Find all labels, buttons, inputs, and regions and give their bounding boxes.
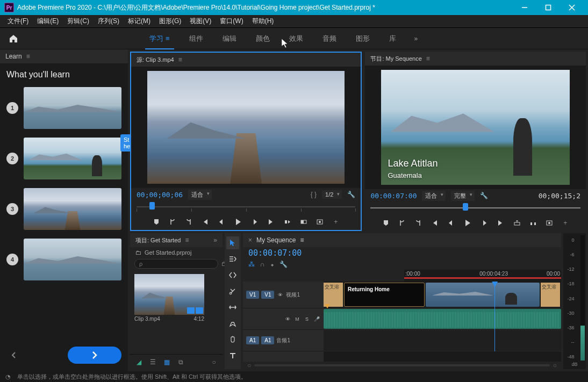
close-button[interactable] — [560, 0, 584, 15]
workspace-effects[interactable]: 效果 — [279, 28, 313, 49]
workspace-overflow[interactable]: » — [406, 35, 427, 42]
minimize-button[interactable] — [513, 0, 536, 15]
play-button[interactable] — [461, 217, 475, 229]
freeform-view-icon[interactable]: ◢ — [134, 358, 143, 366]
button-editor[interactable]: + — [330, 216, 342, 228]
lift-button[interactable] — [511, 217, 523, 229]
menu-sequence[interactable]: 序列(S) — [94, 15, 124, 27]
source-resolution-select[interactable]: 1/2 — [322, 190, 342, 199]
timeline-zoom-slider[interactable] — [254, 364, 550, 366]
workspace-libraries[interactable]: 库 — [379, 28, 406, 49]
program-scrubber[interactable] — [370, 202, 580, 215]
menu-markers[interactable]: 标记(M) — [124, 15, 155, 27]
step-forward-button[interactable] — [249, 216, 261, 228]
snap-icon[interactable]: ⁂ — [248, 261, 255, 268]
learn-back-button[interactable] — [6, 348, 21, 363]
v1-source-patch[interactable]: V1 — [246, 291, 259, 299]
settings-icon[interactable]: 🔧 — [279, 261, 288, 268]
menu-help[interactable]: 帮助(H) — [248, 15, 278, 27]
menu-edit[interactable]: 编辑(E) — [33, 15, 63, 27]
transition-clip[interactable]: 交叉溶 — [541, 283, 560, 307]
a1-target[interactable]: A1 — [261, 336, 274, 344]
slip-tool[interactable] — [226, 301, 239, 314]
hand-tool[interactable] — [226, 333, 239, 346]
mark-in-button[interactable] — [396, 217, 408, 229]
clip-thumbnail[interactable] — [134, 274, 204, 315]
project-search-input[interactable] — [134, 259, 218, 269]
title-clip[interactable]: Returning Home — [344, 283, 425, 307]
toggle-output-icon[interactable]: 👁 — [284, 315, 291, 323]
add-marker-button[interactable] — [380, 217, 392, 229]
mark-in-button[interactable] — [167, 216, 178, 228]
icon-view-icon[interactable]: ▦ — [162, 358, 171, 366]
workspace-learn[interactable]: 学习≡ — [140, 28, 180, 49]
v1-track-header[interactable]: V1 V1 👁 视频1 — [243, 282, 324, 308]
a1-source-patch[interactable]: A1 — [246, 336, 259, 344]
add-marker-button[interactable] — [150, 216, 162, 228]
settings-icon[interactable]: 🔧 — [347, 191, 355, 198]
hamburger-icon[interactable]: ≡ — [185, 236, 189, 244]
menu-view[interactable]: 视图(V) — [185, 15, 216, 27]
lesson-item[interactable]: 4 — [6, 239, 121, 280]
play-button[interactable] — [231, 216, 245, 228]
mark-out-button[interactable] — [183, 216, 195, 228]
go-to-in-button[interactable] — [428, 217, 440, 229]
project-clip-item[interactable]: Clip 3.mp44:12 — [134, 274, 204, 323]
pen-tool[interactable] — [226, 317, 239, 330]
lesson-item[interactable]: 1 — [6, 87, 121, 129]
export-frame-button[interactable] — [314, 216, 326, 228]
voice-over-icon[interactable]: 🎤 — [313, 315, 320, 323]
razor-tool[interactable] — [226, 285, 239, 298]
mute-button[interactable]: M — [293, 315, 301, 323]
insert-button[interactable] — [282, 216, 293, 228]
program-viewport[interactable]: Lake AtitlanGuatemala — [381, 70, 570, 185]
lesson-thumb[interactable] — [24, 138, 121, 179]
timeline-tracks[interactable]: 交叉溶 Returning Home 交叉溶 L — [324, 282, 561, 362]
lesson-thumb[interactable] — [24, 87, 121, 129]
hamburger-icon[interactable]: ≡ — [178, 56, 182, 63]
menu-file[interactable]: 文件(F) — [3, 15, 33, 27]
type-tool[interactable] — [226, 349, 239, 362]
transition-clip[interactable]: 交叉溶 — [324, 283, 343, 307]
video-clip[interactable] — [426, 283, 540, 307]
workspace-graphics[interactable]: 图形 — [346, 28, 379, 49]
maximize-button[interactable] — [536, 0, 560, 15]
lesson-thumb[interactable] — [24, 188, 121, 230]
lesson-thumb[interactable] — [24, 239, 121, 280]
overflow-icon[interactable]: » — [213, 236, 217, 244]
source-viewport[interactable] — [147, 71, 345, 184]
settings-icon[interactable]: 🔧 — [480, 192, 488, 199]
toggle-output-icon[interactable]: 👁 — [276, 291, 284, 299]
list-view-icon[interactable]: ☰ — [148, 358, 157, 366]
hamburger-icon[interactable]: ≡ — [426, 55, 430, 62]
hamburger-icon[interactable]: ≡ — [26, 53, 30, 60]
track-select-tool[interactable] — [226, 253, 239, 265]
timeline-sequence-name[interactable]: My Sequence — [256, 236, 296, 244]
extract-button[interactable] — [527, 217, 539, 229]
menu-clip[interactable]: 剪辑(C) — [63, 15, 94, 27]
menu-graphics[interactable]: 图形(G) — [155, 15, 185, 27]
export-frame-button[interactable] — [543, 217, 555, 229]
marker-icon[interactable]: ⬥ — [270, 261, 274, 268]
hamburger-icon[interactable]: ≡ — [300, 236, 304, 244]
home-icon[interactable] — [5, 31, 21, 47]
learn-next-button[interactable] — [68, 347, 121, 364]
a1-track-header-2[interactable]: A1 A1 音频1 — [243, 330, 324, 351]
button-editor[interactable]: + — [560, 217, 571, 229]
source-scrubber[interactable] — [137, 201, 355, 214]
workspace-audio[interactable]: 音频 — [313, 28, 346, 49]
zoom-slider[interactable]: ○ — [210, 358, 218, 366]
solo-button[interactable]: S — [303, 315, 311, 323]
program-timecode[interactable]: 00:00:07:00 — [370, 192, 417, 200]
workspace-editing[interactable]: 编辑 — [213, 28, 246, 49]
overwrite-button[interactable] — [298, 216, 310, 228]
selection-tool[interactable] — [226, 236, 239, 249]
workspace-color[interactable]: 颜色 — [246, 28, 279, 49]
a1-track-header[interactable]: 👁 M S 🎤 — [243, 308, 324, 330]
sort-icon[interactable]: ⧉ — [176, 358, 185, 366]
source-zoom-select[interactable]: 适合 — [188, 190, 212, 200]
program-quality-select[interactable]: 完整 — [451, 191, 475, 201]
lesson-item[interactable]: 2 — [6, 138, 121, 179]
go-to-out-button[interactable] — [266, 216, 277, 228]
v1-target[interactable]: V1 — [261, 291, 274, 299]
